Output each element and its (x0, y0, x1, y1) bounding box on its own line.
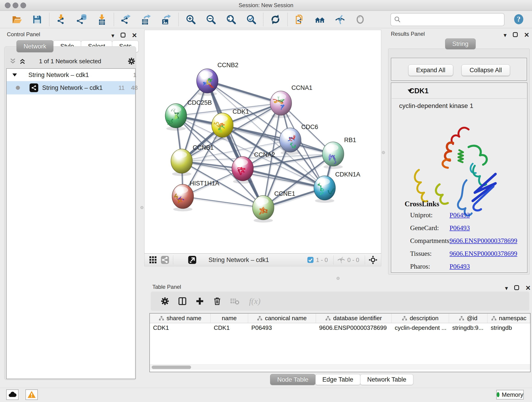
node-label-CCNB1: CCNB1 (193, 144, 214, 151)
help-button[interactable]: ? (513, 14, 524, 26)
close-panel-icon[interactable]: ✕ (132, 32, 137, 39)
birdseye-toggle-button[interactable] (350, 12, 370, 27)
undock-panel-icon[interactable] (120, 32, 126, 39)
export-image-icon (161, 14, 172, 25)
zoom-out-button[interactable] (201, 12, 221, 27)
crosslink-label: Tissues: (410, 250, 449, 257)
zoom-fit-button[interactable] (221, 12, 241, 27)
column-label: name (222, 315, 237, 322)
import-network-database-button[interactable] (71, 12, 92, 27)
column-header-shared-name[interactable]: shared name (150, 313, 210, 323)
table-cell: stringdb:9... (449, 323, 488, 332)
crosslink-link[interactable]: P06493 (450, 211, 470, 219)
crosslink-link[interactable]: 9606.ENSP00000378699 (450, 237, 517, 245)
table-cell: cyclin-dependent ... (392, 323, 449, 332)
crosslink-link[interactable]: P06493 (450, 224, 470, 232)
float-panel-icon[interactable]: ▾ (505, 286, 508, 290)
tab-node-table[interactable]: Node Table (270, 374, 316, 385)
table-options-button[interactable] (156, 294, 174, 308)
column-header-canonical-name[interactable]: canonical name (248, 313, 316, 323)
edge-count: 48 (131, 84, 138, 91)
column-header-namespac[interactable]: namespac (488, 313, 530, 323)
close-panel-icon[interactable]: ✕ (524, 31, 529, 39)
hidden-items-eye-icon[interactable] (337, 255, 346, 264)
left-splitter-handle[interactable] (140, 206, 143, 209)
tab-string[interactable]: String (445, 38, 476, 49)
network-collection-row[interactable]: String Network – cdk1 1 (7, 69, 135, 81)
open-session-button[interactable] (7, 12, 27, 27)
cloud-icon (8, 390, 17, 399)
birdseye-navigator-icon[interactable] (368, 255, 378, 265)
bottom-splitter-handle[interactable] (336, 277, 340, 280)
node-CCNE1[interactable]: CCNE1 (253, 190, 295, 223)
expand-all-button[interactable]: Expand All (408, 64, 453, 76)
crosslink-link[interactable]: 9606.ENSP00000378699 (450, 250, 517, 257)
open-session-icon (12, 14, 22, 25)
memory-button[interactable]: Memory (496, 390, 524, 400)
network-graph[interactable]: CCNB2 CCNA1 CDC25B CDK1 CDC6 RB1 (145, 30, 381, 254)
import-table-file-button[interactable] (92, 12, 112, 27)
zoom-in-button[interactable] (181, 12, 201, 27)
detach-view-icon[interactable] (187, 255, 197, 265)
tree-expand-arrow-icon[interactable] (12, 72, 18, 78)
crosslink-link[interactable]: P06493 (450, 263, 470, 270)
undock-panel-icon[interactable] (513, 32, 518, 38)
delete-table-button[interactable] (226, 294, 243, 308)
selected-items-checkbox-icon[interactable] (307, 256, 314, 264)
create-column-button[interactable] (191, 294, 209, 308)
table-horizontal-scrollbar[interactable] (150, 364, 530, 370)
column-header-@id[interactable]: @id (449, 313, 488, 323)
protein-section-header[interactable]: CDK1 (392, 83, 526, 99)
grid-view-icon[interactable] (148, 255, 158, 265)
column-header-name[interactable]: name (210, 313, 248, 323)
export-table-button[interactable] (136, 12, 156, 27)
delete-column-button[interactable] (209, 294, 226, 308)
cloud-status-button[interactable] (6, 389, 19, 400)
show-home-panels-button[interactable] (310, 12, 330, 27)
clone-network-button[interactable] (290, 12, 310, 27)
search-input[interactable] (401, 16, 500, 23)
function-builder-button[interactable]: f(x) (243, 294, 266, 308)
zoom-in-icon (185, 14, 196, 25)
network-view-icon[interactable] (160, 255, 170, 265)
right-splitter-handle[interactable] (382, 151, 385, 154)
network-options-gear-icon[interactable] (127, 57, 136, 66)
table-row[interactable]: CDK1CDK1P064939606.ENSP00000378699cyclin… (150, 323, 530, 332)
node-CDKN1A[interactable]: CDKN1A (314, 171, 360, 203)
node-label-CDC25B: CDC25B (187, 99, 212, 106)
undock-panel-icon[interactable] (514, 285, 519, 291)
control-panel-controls: ▾ ✕ (111, 32, 137, 39)
refresh-network-button[interactable] (265, 12, 285, 27)
close-panel-icon[interactable]: ✕ (525, 284, 531, 292)
export-image-button[interactable] (156, 12, 177, 27)
table-cell: stringdb (488, 323, 530, 332)
node-label-CDC6: CDC6 (301, 123, 318, 130)
toolbar-separator (114, 13, 114, 26)
node-HIST1H1A[interactable]: HIST1H1A (172, 180, 219, 211)
zoom-selected-button[interactable] (241, 12, 261, 27)
warnings-button[interactable] (25, 389, 38, 400)
export-network-button[interactable] (116, 12, 136, 27)
show-columns-button[interactable] (174, 294, 191, 308)
column-label: namespac (499, 315, 526, 322)
search-box[interactable] (390, 13, 505, 26)
save-session-button[interactable] (27, 12, 47, 27)
section-collapse-arrow-icon[interactable] (407, 88, 413, 94)
tab-network-table[interactable]: Network Table (360, 374, 413, 385)
float-panel-icon[interactable]: ▾ (504, 33, 507, 37)
column-type-icon (459, 316, 464, 321)
node-RB1[interactable]: RB1 (322, 137, 356, 169)
import-network-file-icon (56, 14, 67, 25)
network-canvas[interactable]: CCNB2 CCNA1 CDC25B CDK1 CDC6 RB1 (144, 30, 381, 254)
scrollbar-thumb[interactable] (152, 366, 191, 369)
tab-edge-table[interactable]: Edge Table (315, 374, 360, 385)
clone-network-icon (294, 14, 305, 25)
tab-network[interactable]: Network (17, 40, 53, 52)
column-header-database-identifier[interactable]: database identifier (316, 313, 392, 323)
column-header-description[interactable]: description (392, 313, 449, 323)
hide-panels-button[interactable] (330, 12, 350, 27)
float-panel-icon[interactable]: ▾ (111, 33, 114, 38)
collapse-all-button[interactable]: Collapse All (462, 64, 510, 76)
network-row-selected[interactable]: String Network – cdk1 11 48 (7, 81, 135, 95)
import-network-file-button[interactable] (51, 12, 71, 27)
